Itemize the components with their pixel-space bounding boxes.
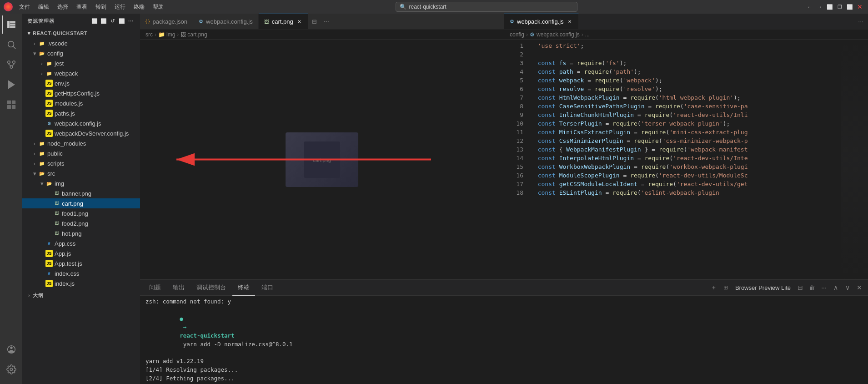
menu-file[interactable]: 文件 (15, 2, 34, 12)
panel-more-btn[interactable]: ··· (819, 283, 829, 293)
refresh-icon[interactable]: ↺ (109, 17, 116, 25)
new-folder-icon[interactable]: ⬜ (100, 17, 107, 25)
win-split-layout[interactable]: ⬜ (845, 2, 854, 11)
activity-extensions[interactable] (2, 96, 20, 114)
sidebar-item-food1[interactable]: 🖼 food1.png (22, 208, 140, 218)
sidebar-item-index-css[interactable]: # index.css (22, 268, 140, 278)
win-close[interactable]: ✕ (855, 2, 864, 11)
folder-icon: 📁 (38, 40, 45, 47)
sidebar-item-webpack-config[interactable]: ⚙ webpack.config.js (22, 118, 140, 128)
sidebar-item-scripts[interactable]: › 📁 scripts (22, 158, 140, 168)
sidebar-item-food2[interactable]: 🖼 food2.png (22, 218, 140, 228)
nav-back-icon[interactable]: ← (805, 2, 814, 11)
menu-terminal[interactable]: 终端 (130, 2, 148, 12)
sidebar-item-webpack[interactable]: › 📁 webpack (22, 68, 140, 78)
js-icon: JS (45, 110, 53, 117)
sidebar-item-cart[interactable]: 🖼 cart.png (22, 198, 140, 208)
collapse-icon[interactable]: ⬜ (118, 17, 125, 25)
panel-up-btn[interactable]: ∧ (831, 283, 841, 293)
activity-settings[interactable] (2, 360, 20, 379)
search-box[interactable]: 🔍 react-quickstart (396, 2, 577, 12)
more-icon[interactable]: ··· (855, 14, 866, 30)
chevron-right-icon: › (25, 292, 33, 299)
panel-down-btn[interactable]: ∨ (843, 283, 853, 293)
panel-tab-debug-console[interactable]: 调试控制台 (191, 280, 231, 296)
win-maximize[interactable]: ❐ (835, 2, 844, 11)
tab-split-btn[interactable]: ⊟ (308, 14, 321, 30)
activity-explorer[interactable] (2, 15, 20, 34)
sidebar-item-img[interactable]: ▾ 📂 img (22, 178, 140, 188)
nav-forward-icon[interactable]: → (815, 2, 824, 11)
chevron-right-icon: › (31, 150, 38, 157)
sidebar-item-app-css[interactable]: # App.css (22, 238, 140, 248)
more-options-icon[interactable]: ··· (127, 17, 135, 25)
menu-goto[interactable]: 转到 (92, 2, 110, 12)
activity-run-debug[interactable] (2, 76, 20, 94)
json-icon: { } (146, 19, 150, 24)
sidebar-item-index-js[interactable]: JS index.js (22, 278, 140, 288)
image-preview: cart.png (140, 40, 504, 279)
sidebar-item-getHttpsConfig[interactable]: JS getHttpsConfig.js (22, 88, 140, 98)
tree-root[interactable]: ▼ REACT-QUICKSTART (22, 28, 140, 38)
sidebar-item-app-js[interactable]: JS App.js (22, 248, 140, 258)
tree-item-label: banner.png (62, 190, 140, 197)
panel-tab-output[interactable]: 输出 (167, 280, 190, 296)
tab-webpack-config-right[interactable]: ⚙ webpack.config.js ✕ (504, 14, 579, 30)
breadcrumb-config[interactable]: config (510, 31, 524, 38)
breadcrumb-webpack-name[interactable]: webpack.config.js (537, 31, 580, 38)
panel-trash-btn[interactable]: 🗑 (807, 283, 817, 293)
panel-add-terminal-btn[interactable]: + (709, 283, 719, 293)
new-file-icon[interactable]: ⬜ (91, 17, 98, 25)
activity-source-control[interactable] (2, 56, 20, 74)
breadcrumb-more[interactable]: ... (585, 31, 590, 38)
sidebar-item-app-test[interactable]: JS App.test.js (22, 258, 140, 268)
chevron-right-icon: › (38, 70, 45, 77)
tree-item-label: index.js (55, 280, 140, 287)
webpack-icon: ⚙ (199, 19, 203, 25)
sidebar-item-node-modules[interactable]: › 📁 node_modules (22, 138, 140, 148)
sidebar-item-paths[interactable]: JS paths.js (22, 108, 140, 118)
menu-view[interactable]: 查看 (73, 2, 91, 12)
menu-edit[interactable]: 编辑 (35, 2, 53, 12)
code-editor-right[interactable]: 1234 5678 9101112 13141516 1718 'use str… (504, 40, 868, 279)
tab-package-json[interactable]: { } package.json (140, 14, 193, 30)
menu-help[interactable]: 帮助 (149, 2, 167, 12)
sidebar-item-src[interactable]: ▾ 📂 src (22, 168, 140, 178)
sidebar-item-banner[interactable]: 🖼 banner.png (22, 188, 140, 198)
win-minimize[interactable]: ⬜ (825, 2, 834, 11)
svg-marker-13 (9, 81, 15, 89)
app-logo (4, 2, 13, 11)
panel-tab-terminal[interactable]: 终端 (232, 280, 255, 296)
tab-more-btn[interactable]: ··· (321, 14, 332, 30)
sidebar-section-dagang[interactable]: › 大纲 (22, 290, 140, 300)
panel-split-terminal-btn[interactable]: ⊞ (721, 283, 731, 293)
sidebar-item-hot[interactable]: 🖼 hot.png (22, 228, 140, 238)
tab-webpack-config-left[interactable]: ⚙ webpack.config.js (193, 14, 259, 30)
image-icon: 🖼 (53, 190, 60, 197)
tab-close-icon[interactable]: ✕ (296, 19, 302, 25)
panel-split-view-icon[interactable]: ⊟ (795, 283, 805, 293)
search-icon: 🔍 (400, 4, 406, 10)
activity-remote[interactable] (2, 340, 20, 359)
sidebar-item-env-js[interactable]: JS env.js (22, 78, 140, 88)
panel-content[interactable]: zsh: command not found: y ● → react-quic… (140, 296, 868, 384)
activity-search[interactable] (2, 35, 20, 54)
sidebar-item-modules[interactable]: JS modules.js (22, 98, 140, 108)
sidebar-item-webpackDevServer[interactable]: JS webpackDevServer.config.js (22, 128, 140, 138)
sidebar-item-vscode[interactable]: › 📁 .vscode (22, 38, 140, 48)
code-line-13: const { WebpackManifestPlugin } = requir… (531, 145, 837, 154)
sidebar-item-config[interactable]: ▾ 📂 config (22, 48, 140, 58)
panel-tab-problems[interactable]: 问题 (144, 280, 166, 296)
sidebar-item-public[interactable]: › 📁 public (22, 148, 140, 158)
svg-point-22 (10, 368, 13, 371)
tab-close-icon[interactable]: ✕ (567, 19, 573, 25)
sidebar-item-jest[interactable]: › 📁 jest (22, 58, 140, 68)
panel-close-btn[interactable]: ✕ (854, 283, 864, 293)
tab-cart-png[interactable]: 🖼 cart.png ✕ (259, 14, 308, 30)
menu-select[interactable]: 选择 (54, 2, 72, 12)
breadcrumb-src[interactable]: src (146, 31, 153, 38)
breadcrumb-file[interactable]: 🖼 cart.png (181, 31, 207, 38)
panel-tab-ports[interactable]: 端口 (256, 280, 279, 296)
breadcrumb-img[interactable]: 📁 img (158, 31, 175, 38)
menu-run[interactable]: 运行 (111, 2, 129, 12)
